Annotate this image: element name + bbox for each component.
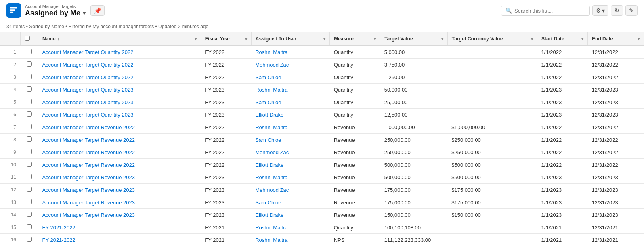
col-user-filter-icon[interactable]: ▾: [323, 37, 325, 41]
row-checkbox-cell[interactable]: [20, 109, 38, 121]
row-user-link[interactable]: Sam Chloe: [255, 200, 281, 206]
row-name-link[interactable]: Account Manager Target Quantity 2022: [42, 62, 133, 68]
row-checkbox[interactable]: [27, 187, 32, 192]
row-name-link[interactable]: Account Manager Target Revenue 2023: [42, 200, 135, 206]
row-name[interactable]: Account Manager Target Quantity 2023: [38, 109, 201, 121]
row-name[interactable]: Account Manager Target Revenue 2022: [38, 134, 201, 146]
row-checkbox[interactable]: [27, 174, 32, 179]
row-name[interactable]: FY 2021-2022: [38, 234, 201, 244]
row-user[interactable]: Mehmood Zac: [251, 146, 329, 159]
col-header-target[interactable]: Target Value ▾: [380, 32, 448, 46]
row-checkbox-cell[interactable]: [20, 84, 38, 96]
row-checkbox[interactable]: [27, 212, 32, 217]
col-header-user[interactable]: Assigned To User ▾: [251, 32, 329, 46]
row-user-link[interactable]: Mehmood Zac: [255, 62, 289, 68]
pin-button[interactable]: 📌: [90, 5, 105, 16]
row-checkbox-cell[interactable]: [20, 209, 38, 221]
row-name-link[interactable]: Account Manager Target Revenue 2022: [42, 149, 135, 155]
row-checkbox[interactable]: [27, 199, 32, 204]
row-checkbox-cell[interactable]: [20, 59, 38, 71]
row-user[interactable]: Roshni Maitra: [251, 221, 329, 234]
row-user[interactable]: Sam Chloe: [251, 96, 329, 109]
row-name-link[interactable]: Account Manager Target Quantity 2023: [42, 112, 133, 118]
row-checkbox[interactable]: [27, 124, 32, 129]
row-user-link[interactable]: Mehmood Zac: [255, 187, 289, 193]
row-name[interactable]: Account Manager Target Revenue 2023: [38, 196, 201, 209]
row-name-link[interactable]: Account Manager Target Quantity 2023: [42, 99, 133, 105]
col-currency-filter-icon[interactable]: ▾: [531, 37, 533, 41]
settings-button[interactable]: ⚙ ▾: [592, 5, 608, 16]
row-checkbox[interactable]: [27, 111, 32, 117]
row-checkbox[interactable]: [27, 149, 32, 154]
col-header-end[interactable]: End Date ▾: [588, 32, 644, 46]
row-user-link[interactable]: Elliott Drake: [255, 112, 283, 118]
row-user[interactable]: Elliott Drake: [251, 209, 329, 221]
row-name-link[interactable]: Account Manager Target Quantity 2022: [42, 49, 133, 55]
row-user-link[interactable]: Roshni Maitra: [255, 225, 287, 231]
col-header-currency[interactable]: Target Currency Value ▾: [447, 32, 537, 46]
row-checkbox[interactable]: [27, 224, 32, 229]
row-checkbox-cell[interactable]: [20, 121, 38, 134]
row-checkbox-cell[interactable]: [20, 146, 38, 159]
row-name[interactable]: Account Manager Target Revenue 2022: [38, 159, 201, 171]
row-checkbox-cell[interactable]: [20, 159, 38, 171]
row-name-link[interactable]: Account Manager Target Revenue 2022: [42, 162, 135, 168]
row-user[interactable]: Mehmood Zac: [251, 184, 329, 196]
row-name[interactable]: Account Manager Target Quantity 2022: [38, 71, 201, 84]
table-container[interactable]: Name ↑ ▾ Fiscal Year ▾ Assigned To User: [0, 32, 644, 244]
row-checkbox[interactable]: [27, 49, 32, 54]
col-name-filter-icon[interactable]: ▾: [195, 37, 197, 41]
row-name[interactable]: Account Manager Target Quantity 2023: [38, 96, 201, 109]
row-user-link[interactable]: Sam Chloe: [255, 137, 281, 143]
row-name[interactable]: Account Manager Target Revenue 2023: [38, 171, 201, 184]
row-checkbox[interactable]: [27, 136, 32, 142]
row-checkbox-cell[interactable]: [20, 171, 38, 184]
row-user[interactable]: Roshni Maitra: [251, 171, 329, 184]
search-input[interactable]: [514, 8, 585, 14]
search-box[interactable]: 🔍: [501, 6, 590, 16]
row-user-link[interactable]: Elliott Drake: [255, 212, 283, 218]
row-user[interactable]: Roshni Maitra: [251, 234, 329, 244]
row-name-link[interactable]: Account Manager Target Revenue 2022: [42, 137, 135, 143]
row-checkbox-cell[interactable]: [20, 96, 38, 109]
row-user[interactable]: Mehmood Zac: [251, 59, 329, 71]
row-checkbox[interactable]: [27, 237, 32, 242]
row-name-link[interactable]: FY 2021-2022: [42, 237, 75, 243]
col-header-start[interactable]: Start Date ▾: [537, 32, 588, 46]
row-checkbox[interactable]: [27, 74, 32, 79]
col-start-filter-icon[interactable]: ▾: [581, 37, 583, 41]
row-checkbox[interactable]: [27, 99, 32, 104]
col-measure-filter-icon[interactable]: ▾: [374, 37, 376, 41]
row-name[interactable]: Account Manager Target Revenue 2023: [38, 209, 201, 221]
row-user-link[interactable]: Mehmood Zac: [255, 149, 289, 155]
row-user[interactable]: Roshni Maitra: [251, 84, 329, 96]
row-checkbox[interactable]: [27, 162, 32, 167]
row-user-link[interactable]: Sam Chloe: [255, 99, 281, 105]
col-fy-filter-icon[interactable]: ▾: [245, 37, 247, 41]
row-user[interactable]: Sam Chloe: [251, 134, 329, 146]
row-user[interactable]: Sam Chloe: [251, 71, 329, 84]
col-end-filter-icon[interactable]: ▾: [638, 37, 640, 41]
row-name[interactable]: Account Manager Target Revenue 2023: [38, 184, 201, 196]
row-user[interactable]: Elliott Drake: [251, 109, 329, 121]
col-header-name[interactable]: Name ↑ ▾: [38, 32, 201, 46]
row-name-link[interactable]: Account Manager Target Quantity 2022: [42, 74, 133, 80]
row-name[interactable]: FY 2021-2022: [38, 221, 201, 234]
col-header-check[interactable]: [20, 32, 38, 46]
col-target-filter-icon[interactable]: ▾: [441, 37, 443, 41]
row-user-link[interactable]: Roshni Maitra: [255, 237, 287, 243]
row-user[interactable]: Roshni Maitra: [251, 121, 329, 134]
row-name[interactable]: Account Manager Target Quantity 2022: [38, 46, 201, 59]
row-checkbox-cell[interactable]: [20, 221, 38, 234]
row-name-link[interactable]: Account Manager Target Revenue 2023: [42, 212, 135, 218]
row-user-link[interactable]: Roshni Maitra: [255, 174, 287, 181]
row-name-link[interactable]: Account Manager Target Revenue 2022: [42, 124, 135, 130]
row-user[interactable]: Elliott Drake: [251, 159, 329, 171]
row-name[interactable]: Account Manager Target Revenue 2022: [38, 146, 201, 159]
row-checkbox[interactable]: [27, 61, 32, 67]
edit-button[interactable]: ✎: [625, 5, 638, 16]
row-name[interactable]: Account Manager Target Revenue 2022: [38, 121, 201, 134]
row-user-link[interactable]: Roshni Maitra: [255, 49, 287, 55]
select-all-checkbox[interactable]: [25, 36, 30, 41]
row-checkbox-cell[interactable]: [20, 71, 38, 84]
